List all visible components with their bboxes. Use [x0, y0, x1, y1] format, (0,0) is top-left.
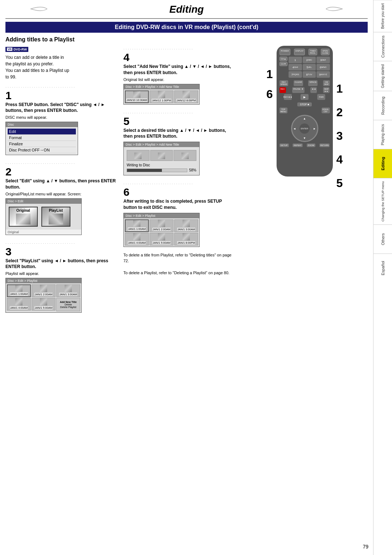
- step-3-section: ................................ 3 Selec…: [5, 240, 118, 313]
- setup-btn[interactable]: SETUP: [279, 143, 289, 147]
- right-step-4: 4: [336, 153, 343, 166]
- step-6-screen-body: JAN/1 1:00AM JAN/1 2:00AM JAN/1 3:00AM: [124, 218, 199, 247]
- main-content: Editing Editing DVD-RW discs in VR mode …: [0, 0, 373, 555]
- num-7-btn[interactable]: 7PQRS: [289, 71, 302, 78]
- step-2-screen: Disc > Edit Original PlayList Origin: [5, 198, 82, 235]
- sidebar-espanol[interactable]: Español: [373, 254, 392, 283]
- step-2-bottom-label: Original: [6, 230, 81, 235]
- thumb-p5-2: [150, 150, 173, 161]
- step-3-screen-header: Disc > Edit > Playlist: [6, 278, 81, 283]
- num-4-btn[interactable]: 4GHI: [289, 64, 302, 70]
- num-6-btn[interactable]: 6MNO: [317, 64, 330, 70]
- thumb-p5-3: [173, 150, 196, 161]
- num-2-btn[interactable]: 2ABC: [303, 57, 316, 63]
- title-rule: [5, 18, 368, 19]
- step-5-screen: Disc > Edit > Playlist > Add New Title W…: [123, 142, 200, 175]
- step-2-number: 2: [5, 166, 118, 178]
- step-2-instruction: Select "Edit" using ▲ / ▼ but­tons, then…: [5, 178, 118, 190]
- step-1-dots: ................................: [5, 84, 118, 88]
- progress-bar: [127, 169, 187, 172]
- step-4-instruction: Select "Add New Title" using ▲ / ▼ / ◄ /…: [123, 64, 236, 76]
- sidebar-others[interactable]: Others: [373, 224, 392, 254]
- step-4-dots: ................................: [123, 46, 236, 50]
- step-1-instruction: Press SETUP button. Select "DISC" using …: [5, 102, 118, 114]
- nav-down-btn[interactable]: ▼: [303, 137, 306, 140]
- dvdrw-logo: VRDVD-RW: [5, 46, 118, 52]
- step-numbers-overlay: 1 6: [266, 68, 273, 101]
- top-menu-btn[interactable]: TOPMENU: [279, 108, 287, 113]
- s6-thumb-4: JAN/1 4:00AM: [125, 233, 149, 246]
- step-2-screen-body: Original PlayList: [6, 204, 81, 230]
- s6-thumb-3: JAN/1 3:00AM: [174, 219, 198, 232]
- rec-btn[interactable]: REC: [279, 87, 286, 93]
- step-1-screen: Disc Edit Format Finalize Disc Protect O…: [5, 122, 78, 155]
- thumb-jan10: JAN/10 10:30AM: [125, 90, 149, 103]
- page-title-container: Editing: [5, 4, 368, 15]
- ch-down-btn[interactable]: CH▼: [279, 62, 288, 66]
- step-2-note: Original/PlayList menu will appear. Scre…: [5, 192, 118, 196]
- thumb-jan12-1: JAN/12 1:00PM: [150, 90, 173, 103]
- sidebar-before-you-start[interactable]: Before you start: [373, 0, 392, 32]
- equallist-btn[interactable]: EQUALLIST: [322, 108, 330, 113]
- enter-btn[interactable]: ENTER: [299, 123, 310, 134]
- open-close-btn[interactable]: OPEN/CLOSE: [321, 49, 330, 55]
- subsection-header: Adding titles to a Playlist: [5, 36, 368, 43]
- step-6-dots: ................................: [123, 181, 236, 185]
- num-8-btn[interactable]: 8TUV: [303, 71, 316, 78]
- skip-back-btn[interactable]: ◄◄: [310, 87, 317, 93]
- play-row: REV◄◄ ▶ FWD: [279, 94, 330, 100]
- num-3-btn[interactable]: 3DEF: [317, 57, 330, 63]
- right-step-2: 2: [336, 106, 343, 119]
- title-decoration-right: [324, 4, 346, 16]
- rev-btn[interactable]: REV◄◄: [284, 94, 292, 100]
- fwd-btn[interactable]: FWD: [317, 94, 325, 100]
- progress-pct: 58%: [189, 168, 196, 172]
- return-btn[interactable]: RETURN: [319, 143, 330, 147]
- clear-btn[interactable]: CLEAR: [294, 80, 303, 86]
- step-1-note: DISC menu will appear.: [5, 115, 118, 119]
- timer-btn[interactable]: TIMERPROG.: [309, 49, 317, 55]
- sidebar-getting-started[interactable]: Getting started: [373, 61, 392, 91]
- thumb-jan1-3: JAN/1 3:00AM: [56, 284, 80, 297]
- space-btn[interactable]: SPACE: [308, 80, 318, 86]
- cm-skip-btn[interactable]: CMSKIP: [323, 80, 330, 86]
- rec-speed-btn[interactable]: RECSPEED: [279, 80, 289, 86]
- left-column: VRDVD-RW You can add or delete a title i…: [5, 46, 118, 318]
- skip-fwd-btn[interactable]: SKIP►►: [323, 87, 330, 93]
- sidebar-editing[interactable]: Editing: [373, 149, 392, 178]
- stop-btn[interactable]: STOP ■: [297, 102, 312, 106]
- step-5-section: ................................ 5 Selec…: [123, 110, 236, 176]
- zoom-btn[interactable]: ZOOM: [307, 143, 315, 147]
- power-btn[interactable]: POWER: [279, 49, 291, 55]
- menu-row: TOPMENU EQUALLIST: [279, 108, 330, 113]
- middle-column: ................................ 4 Selec…: [123, 46, 236, 318]
- display-btn[interactable]: DISPLAY: [294, 49, 305, 55]
- sidebar-connections[interactable]: Connections: [373, 32, 392, 61]
- sidebar-setup-menu[interactable]: Changing the SETUP menu: [373, 178, 392, 224]
- step-5-dots: ................................: [123, 110, 236, 114]
- step-4-note: Original list will appear.: [123, 77, 236, 82]
- nav-up-btn[interactable]: ▲: [303, 117, 306, 120]
- num-5-btn[interactable]: 5JKL: [303, 64, 316, 70]
- ch-up-btn[interactable]: CH▲: [279, 57, 288, 61]
- nav-left-btn[interactable]: ◄: [293, 127, 296, 130]
- nav-right-btn[interactable]: ►: [313, 127, 316, 130]
- sidebar-recording[interactable]: Recording: [373, 91, 392, 120]
- sidebar-playing-discs[interactable]: Playing discs: [373, 120, 392, 149]
- step-5-screen-header: Disc > Edit > Playlist > Add New Title: [124, 142, 199, 147]
- repeat-btn[interactable]: REPEAT: [293, 143, 303, 147]
- page-number: 79: [363, 544, 368, 550]
- footer-notes: To delete a title from Playlist, refer t…: [123, 252, 236, 276]
- step-6-number: 6: [123, 186, 236, 198]
- intro-text: You can add or delete a title in the pla…: [5, 54, 118, 80]
- pause-btn[interactable]: PAUSE ⏸: [292, 87, 305, 93]
- step-3-screen-body: JAN/1 1:00AM JAN/1 2:00AM JAN/1 3:00AM: [6, 283, 81, 312]
- num-9-btn[interactable]: 9WXYZ: [317, 71, 330, 78]
- step-6-instruction: After writing to disc is com­pleted, pre…: [123, 198, 236, 211]
- stop-row: STOP ■: [279, 101, 330, 106]
- page-title: Editing: [170, 4, 204, 15]
- play-btn[interactable]: ▶: [301, 94, 309, 100]
- content-body: VRDVD-RW You can add or delete a title i…: [5, 46, 368, 318]
- num-1-btn[interactable]: 1: [289, 57, 302, 63]
- bottom-row: SETUP REPEAT ZOOM RETURN: [279, 143, 330, 147]
